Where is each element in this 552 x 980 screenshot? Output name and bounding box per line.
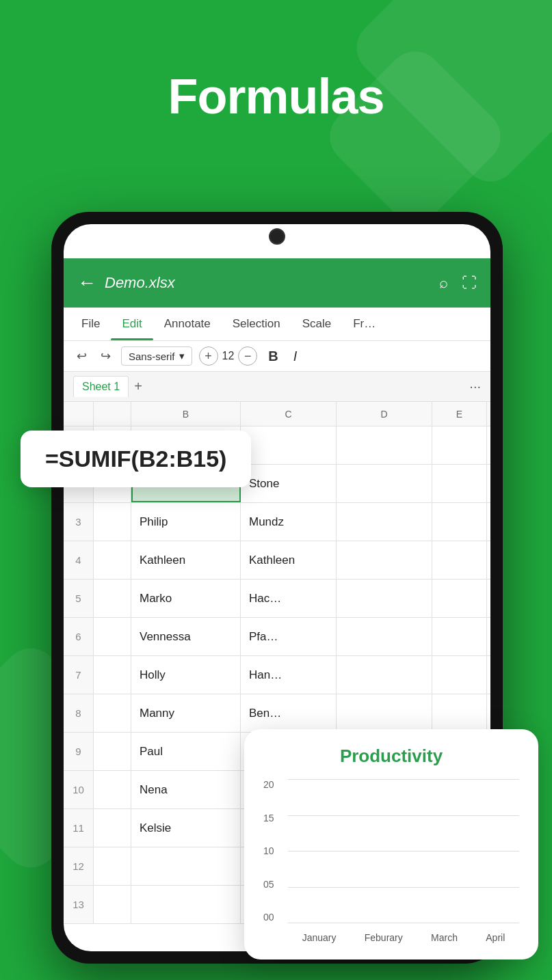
cell-b10[interactable]: Nena: [131, 771, 241, 808]
tab-scale[interactable]: Scale: [291, 308, 343, 340]
cell-d7[interactable]: [337, 656, 432, 694]
corner-cell: [64, 402, 94, 426]
cell-d4[interactable]: [337, 541, 432, 579]
sheet-tab-1[interactable]: Sheet 1: [73, 376, 129, 397]
cell-e6[interactable]: [432, 618, 487, 655]
x-label-january: January: [302, 932, 337, 943]
cell-b4[interactable]: Kathleen: [131, 541, 241, 579]
cell-d1[interactable]: [337, 426, 432, 464]
cell-e3[interactable]: [432, 503, 487, 541]
chart-title: Productivity: [263, 746, 519, 767]
tab-file[interactable]: File: [70, 308, 111, 340]
menu-tabs: File Edit Annotate Selection Scale Fr…: [64, 308, 490, 341]
font-dropdown-icon: ▾: [179, 350, 185, 362]
cell-b7[interactable]: Holly: [131, 656, 241, 694]
x-label-april: April: [486, 932, 505, 943]
fullscreen-icon[interactable]: ⛶: [462, 274, 477, 292]
tab-annotate[interactable]: Annotate: [153, 308, 222, 340]
cell-a9[interactable]: [94, 733, 131, 770]
cell-a6[interactable]: [94, 618, 131, 655]
table-row: 7 Holly Han…: [64, 656, 490, 694]
back-button[interactable]: ←: [77, 272, 96, 294]
font-size-control: + 12 −: [199, 346, 258, 366]
cell-a3[interactable]: [94, 503, 131, 541]
table-row: 3 Philip Mundz: [64, 503, 490, 541]
font-size-value: 12: [222, 350, 235, 362]
cell-e4[interactable]: [432, 541, 487, 579]
bold-button[interactable]: B: [264, 349, 282, 364]
row-num: 11: [64, 809, 94, 847]
italic-button[interactable]: I: [289, 349, 302, 364]
cell-c7[interactable]: Han…: [241, 656, 337, 694]
chart-card: Productivity 20 15 10 05 00: [244, 729, 538, 959]
cell-b6[interactable]: Vennessa: [131, 618, 241, 655]
y-label: 10: [263, 845, 274, 856]
cell-b13[interactable]: [131, 886, 241, 923]
cell-c1[interactable]: [241, 426, 337, 464]
cell-a5[interactable]: [94, 580, 131, 617]
col-header-c: C: [241, 402, 337, 426]
cell-c4[interactable]: Kathleen: [241, 541, 337, 579]
table-row: 5 Marko Hac…: [64, 580, 490, 618]
cell-d2[interactable]: [337, 465, 432, 502]
cell-a7[interactable]: [94, 656, 131, 694]
tab-selection[interactable]: Selection: [222, 308, 291, 340]
redo-button[interactable]: ↪: [97, 347, 114, 365]
cell-b12[interactable]: [131, 847, 241, 885]
cell-b3[interactable]: Philip: [131, 503, 241, 541]
formula-tooltip: =SUMIF(B2:B15): [21, 431, 251, 487]
row-num: 8: [64, 694, 94, 732]
x-label-february: Feburary: [365, 932, 403, 943]
table-row: 6 Vennessa Pfa…: [64, 618, 490, 656]
cell-a11[interactable]: [94, 809, 131, 847]
cell-b11[interactable]: Kelsie: [131, 809, 241, 847]
tab-edit[interactable]: Edit: [111, 308, 153, 340]
cell-e1[interactable]: [432, 426, 487, 464]
cell-a13[interactable]: [94, 886, 131, 923]
y-label: 20: [263, 779, 274, 790]
cell-c2[interactable]: Stone: [241, 465, 337, 502]
cell-c5[interactable]: Hac…: [241, 580, 337, 617]
row-num: 9: [64, 733, 94, 770]
table-row: 8 Manny Ben…: [64, 694, 490, 733]
cell-c6[interactable]: Pfa…: [241, 618, 337, 655]
cell-a10[interactable]: [94, 771, 131, 808]
cell-a8[interactable]: [94, 694, 131, 732]
row-num: 10: [64, 771, 94, 808]
cell-e2[interactable]: [432, 465, 487, 502]
row-num: 13: [64, 886, 94, 923]
cell-e5[interactable]: [432, 580, 487, 617]
undo-button[interactable]: ↩: [73, 347, 90, 365]
cell-b5[interactable]: Marko: [131, 580, 241, 617]
y-label: 15: [263, 813, 274, 824]
chart-area: 20 15 10 05 00: [263, 779, 519, 943]
cell-e8[interactable]: [432, 694, 487, 732]
more-sheets-button[interactable]: ···: [469, 379, 481, 394]
decrease-size-button[interactable]: −: [238, 346, 257, 366]
app-header: ← Demo.xlsx ⌕ ⛶: [64, 258, 490, 308]
search-icon[interactable]: ⌕: [439, 274, 448, 292]
cell-d8[interactable]: [337, 694, 432, 732]
chart-x-labels: January Feburary March April: [288, 932, 519, 943]
cell-d3[interactable]: [337, 503, 432, 541]
cell-a4[interactable]: [94, 541, 131, 579]
cell-d5[interactable]: [337, 580, 432, 617]
cell-d6[interactable]: [337, 618, 432, 655]
font-name: Sans-serif: [129, 351, 175, 362]
col-header-a: [94, 402, 131, 426]
cell-a12[interactable]: [94, 847, 131, 885]
cell-e7[interactable]: [432, 656, 487, 694]
cell-c8[interactable]: Ben…: [241, 694, 337, 732]
row-num: 12: [64, 847, 94, 885]
cell-b9[interactable]: Paul: [131, 733, 241, 770]
sheet-tabs: Sheet 1 + ···: [64, 372, 490, 402]
increase-size-button[interactable]: +: [199, 346, 218, 366]
font-selector[interactable]: Sans-serif ▾: [121, 346, 192, 366]
cell-b8[interactable]: Manny: [131, 694, 241, 732]
cell-c3[interactable]: Mundz: [241, 503, 337, 541]
row-num: 7: [64, 656, 94, 694]
header-icons: ⌕ ⛶: [439, 274, 477, 292]
column-headers: B C D E: [64, 402, 490, 426]
add-sheet-button[interactable]: +: [134, 379, 142, 394]
tab-fr[interactable]: Fr…: [342, 308, 386, 340]
